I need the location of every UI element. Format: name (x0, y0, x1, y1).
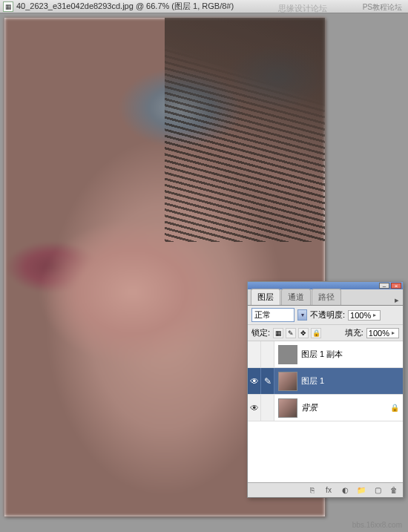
document-tab[interactable]: ▦ 40_2623_e31e042de8293cd.jpg @ 66.7% (图… (0, 0, 408, 13)
layer-name[interactable]: 图层 1 副本 (301, 349, 403, 360)
layer-list: 图层 1 副本 👁 ✎ 图层 1 👁 背景 🔒 (248, 341, 403, 482)
visibility-toggle[interactable] (248, 341, 261, 367)
fx-icon[interactable]: fx (323, 485, 335, 496)
lock-position-icon[interactable]: ✥ (298, 328, 309, 338)
panel-menu-icon[interactable]: ▸ (391, 295, 403, 305)
layer-thumbnail[interactable] (278, 372, 297, 391)
link-layers-icon[interactable]: ⎘ (306, 485, 318, 496)
layer-thumbnail[interactable] (278, 398, 297, 418)
new-layer-icon[interactable]: ▢ (372, 485, 384, 496)
opacity-label: 不透明度: (310, 309, 345, 321)
photo-hair (165, 18, 325, 242)
watermark-top: PS教程论坛 (363, 2, 402, 13)
trash-icon[interactable]: 🗑 (388, 485, 400, 496)
fill-value: 100% (369, 329, 389, 338)
layers-panel: – × 图层 通道 路径 ▸ 正常 ▾ 不透明度: 100% ▸ 锁定: ▦ ✎… (247, 281, 404, 498)
watermark-bottom: bbs.16xx8.com (352, 521, 402, 529)
lock-indicator-icon: 🔒 (389, 404, 400, 412)
layer-row[interactable]: 👁 ✎ 图层 1 (248, 368, 403, 395)
layer-name[interactable]: 背景 (301, 402, 389, 413)
panel-footer: ⎘ fx ◐ 📁 ▢ 🗑 (248, 482, 403, 497)
blend-mode-value: 正常 (254, 309, 271, 321)
link-toggle[interactable] (261, 395, 274, 421)
visibility-toggle[interactable]: 👁 (248, 395, 261, 421)
lock-transparency-icon[interactable]: ▦ (273, 328, 283, 338)
lock-pixels-icon[interactable]: ✎ (286, 328, 296, 338)
tab-channels[interactable]: 通道 (281, 289, 311, 305)
close-button[interactable]: × (391, 283, 401, 289)
lock-all-icon[interactable]: 🔒 (311, 328, 321, 338)
document-icon: ▦ (3, 1, 13, 12)
minimize-button[interactable]: – (379, 283, 389, 289)
document-title: 40_2623_e31e042de8293cd.jpg @ 66.7% (图层 … (16, 1, 234, 12)
tab-paths[interactable]: 路径 (312, 289, 341, 305)
blend-opacity-row: 正常 ▾ 不透明度: 100% ▸ (248, 306, 403, 325)
tab-layers[interactable]: 图层 (251, 289, 280, 305)
panel-tabs: 图层 通道 路径 ▸ (248, 289, 403, 306)
opacity-arrow-icon[interactable]: ▸ (371, 312, 378, 318)
opacity-value: 100% (350, 311, 371, 320)
blend-mode-select[interactable]: 正常 (251, 308, 295, 322)
layer-row[interactable]: 图层 1 副本 (248, 341, 403, 368)
lock-fill-row: 锁定: ▦ ✎ ✥ 🔒 填充: 100% ▸ (248, 325, 403, 341)
lock-label: 锁定: (251, 327, 270, 338)
watermark-mid: 思缘设计论坛 (278, 3, 327, 14)
opacity-input[interactable]: 100% ▸ (348, 310, 381, 321)
blend-mode-dropdown-icon[interactable]: ▾ (297, 309, 307, 321)
folder-icon[interactable]: 📁 (355, 485, 367, 496)
lock-buttons: ▦ ✎ ✥ 🔒 (273, 328, 321, 338)
mask-icon[interactable]: ◐ (339, 485, 351, 496)
link-toggle[interactable] (261, 341, 274, 367)
layer-thumbnail[interactable] (278, 345, 297, 364)
link-toggle[interactable]: ✎ (261, 368, 274, 394)
fill-arrow-icon[interactable]: ▸ (389, 329, 397, 336)
layer-row[interactable]: 👁 背景 🔒 (248, 395, 403, 421)
fill-label: 填充: (345, 327, 363, 338)
visibility-toggle[interactable]: 👁 (248, 368, 261, 394)
fill-input[interactable]: 100% ▸ (366, 328, 399, 338)
layer-name[interactable]: 图层 1 (301, 375, 403, 387)
